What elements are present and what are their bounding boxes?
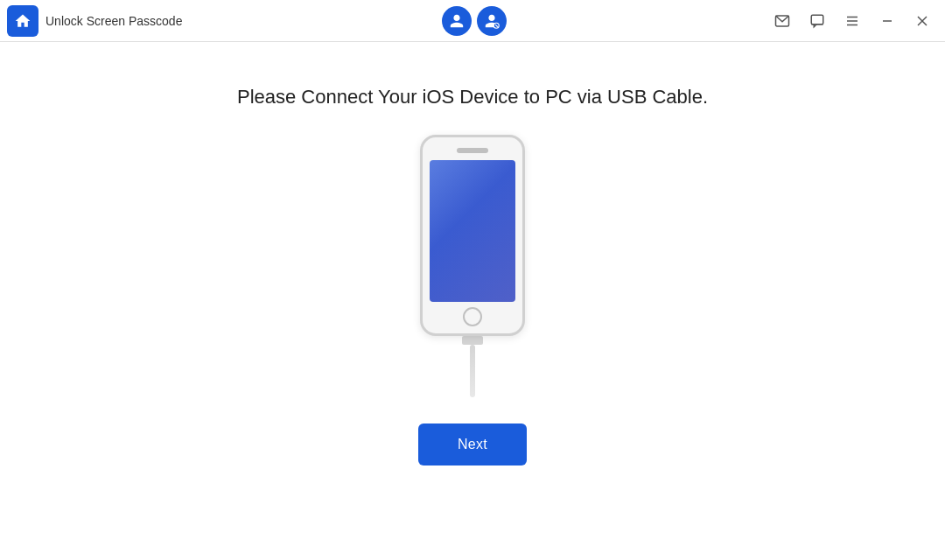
title-bar-left: Unlock Screen Passcode [7,5,182,37]
phone-illustration [420,135,525,397]
menu-button[interactable] [836,5,868,37]
phone-body [420,135,525,336]
next-button[interactable]: Next [418,424,527,466]
cable-line [470,345,475,397]
mail-button[interactable] [766,5,798,37]
phone-speaker [457,148,488,153]
title-bar: Unlock Screen Passcode [0,0,945,42]
usb-cable [462,336,483,397]
phone-home-button [463,307,482,326]
search-user-icon[interactable] [477,6,507,36]
home-icon[interactable] [7,5,38,37]
connect-heading: Please Connect Your iOS Device to PC via… [237,86,708,108]
title-bar-controls [766,5,938,37]
phone-screen [430,160,515,302]
main-content: Please Connect Your iOS Device to PC via… [0,42,945,560]
title-bar-center-icons [442,6,507,36]
svg-rect-3 [811,15,823,24]
cable-connector [462,336,483,345]
chat-button[interactable] [802,5,833,37]
minimize-button[interactable] [872,5,903,37]
close-button[interactable] [906,5,938,37]
user-icon[interactable] [442,6,472,36]
app-title: Unlock Screen Passcode [46,14,182,28]
